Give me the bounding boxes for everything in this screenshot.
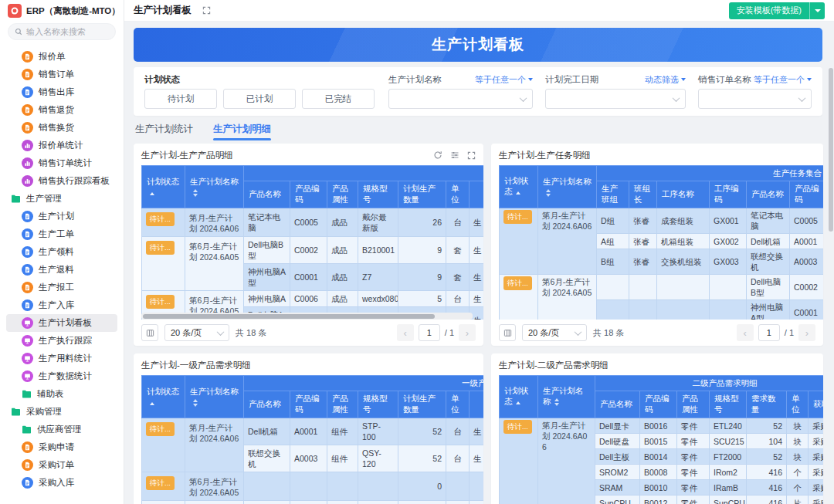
sidebar-item[interactable]: 销售退货 xyxy=(6,101,117,119)
table-cell: 成品 xyxy=(327,291,358,307)
next-page-button[interactable]: › xyxy=(798,324,815,341)
doc-icon xyxy=(22,211,33,222)
sidebar-item[interactable]: 生产入库 xyxy=(6,296,117,314)
page-input[interactable] xyxy=(758,324,780,341)
scrollbar-thumb[interactable] xyxy=(829,68,833,232)
sort-header-status[interactable]: 计划状态 xyxy=(500,376,538,418)
filter-select[interactable] xyxy=(388,89,533,109)
sidebar-item[interactable]: 报价单统计 xyxy=(6,137,117,154)
sidebar-item[interactable]: 生产工单 xyxy=(6,225,117,243)
sort-icon xyxy=(193,399,198,407)
fullscreen-icon[interactable] xyxy=(467,151,476,160)
sidebar-item[interactable]: 采购入库 xyxy=(6,474,117,492)
table-cell: 采购 xyxy=(809,449,824,465)
scrollbar-thumb[interactable] xyxy=(143,314,435,319)
sidebar-item[interactable]: 采购申请 xyxy=(6,438,117,456)
sidebar-item[interactable]: 生产领料 xyxy=(6,243,117,261)
filter-select[interactable] xyxy=(698,89,812,109)
column-display-button[interactable] xyxy=(499,324,516,341)
table-cell: B0010 xyxy=(640,480,677,496)
sidebar-item[interactable]: 销售订单 xyxy=(6,66,117,83)
install-template-button[interactable]: 安装模板(带数据) xyxy=(729,2,809,19)
status-option-button[interactable]: 已计划 xyxy=(223,89,296,109)
sidebar-item[interactable]: 生产执行跟踪 xyxy=(6,332,117,350)
board-icon xyxy=(22,317,33,329)
filter-operator[interactable]: 等于任意一个 xyxy=(754,74,812,86)
page-scrollbar[interactable] xyxy=(829,68,833,502)
tab-inactive[interactable]: 生产计划统计 xyxy=(135,123,193,140)
sidebar-item[interactable]: 销售执行跟踪看板 xyxy=(6,172,117,190)
chevron-down-icon xyxy=(520,94,527,102)
sidebar-item[interactable]: 生产管理 xyxy=(6,190,117,208)
table-viewport: 计划状态 生产计划名称 二级产品需求明细 产品名称产品编码产品属性规格型号需求数… xyxy=(499,375,823,504)
column-header: 计划生产数量 xyxy=(398,391,446,418)
sort-header-status[interactable]: 计划状态 xyxy=(500,166,538,208)
search-input[interactable] xyxy=(26,27,111,36)
topbar: 生产计划看板 安装模板(带数据) xyxy=(124,0,834,22)
sidebar-item[interactable]: 生产退料 xyxy=(6,261,117,279)
filter-select[interactable] xyxy=(545,89,686,109)
table-cell: 9 xyxy=(398,264,446,291)
table-cell xyxy=(244,472,290,501)
tab-active[interactable]: 生产计划明细 xyxy=(213,123,271,140)
table-cell: 套 xyxy=(446,237,470,264)
page-title: 生产计划看板 xyxy=(134,4,192,17)
next-page-button[interactable]: › xyxy=(459,324,476,341)
panel-title: 生产计划-生产产品明细 xyxy=(141,150,233,161)
column-display-button[interactable] xyxy=(141,324,158,341)
sort-header-plan[interactable]: 生产计划名称 xyxy=(185,376,244,418)
table-row: 待计...第月-生产计划 2024.6A06D组张睿成套组装GX001笔记本电脑… xyxy=(500,208,824,234)
status-option-button[interactable]: 已完结 xyxy=(302,89,375,109)
sidebar-item[interactable]: 销售订单统计 xyxy=(6,154,117,172)
table-cell: 52 xyxy=(747,449,787,465)
install-dropdown-button[interactable] xyxy=(809,2,825,19)
status-option-button[interactable]: 待计划 xyxy=(144,89,217,109)
page-size-select[interactable]: 20 条/页 xyxy=(522,324,587,341)
sidebar-item[interactable]: 采购管理 xyxy=(6,403,117,421)
sidebar-item[interactable]: 销售出库 xyxy=(6,83,117,101)
column-header: 工序编码 xyxy=(710,181,747,208)
sort-icon xyxy=(546,189,551,197)
sort-header-plan[interactable]: 生产计划名称 xyxy=(538,166,597,208)
table-cell: 生 xyxy=(470,501,484,504)
sort-header-plan[interactable]: 生产计划名称 xyxy=(538,376,595,418)
filter-operator[interactable]: 等于任意一个 xyxy=(475,74,533,86)
table-cell: 零件 xyxy=(677,496,710,504)
horizontal-scrollbar[interactable] xyxy=(141,313,473,320)
table-cell xyxy=(597,275,629,300)
sidebar-item-label: 采购管理 xyxy=(26,406,62,418)
sidebar-item[interactable]: 生产用料统计 xyxy=(6,350,117,367)
table-cell: 台 xyxy=(446,291,470,307)
sort-header-status[interactable]: 计划状态 xyxy=(142,376,185,418)
sidebar-item[interactable]: 供应商管理 xyxy=(6,421,117,438)
table-cell: 神州电脑A型 xyxy=(244,264,290,291)
refresh-icon[interactable] xyxy=(433,151,442,160)
table-row: 待计...第月-生产计划 2024.6A06Dell显卡B0016零件ETL24… xyxy=(500,418,824,434)
sidebar-item[interactable]: 采购订单 xyxy=(6,456,117,474)
sidebar-item[interactable]: 销售换货 xyxy=(6,119,117,137)
sidebar-item[interactable]: 生产数据统计 xyxy=(6,367,117,385)
sidebar-item[interactable]: 报价单 xyxy=(6,48,117,66)
fullscreen-icon[interactable] xyxy=(202,6,211,15)
page-input[interactable] xyxy=(419,324,440,341)
sort-header-plan[interactable]: 生产计划名称 xyxy=(185,166,244,208)
table-cell: 联想交换机 xyxy=(747,249,790,275)
sidebar-item[interactable]: 生产计划看板 xyxy=(6,314,117,332)
table-cell: 成品 xyxy=(327,264,358,291)
prev-page-button[interactable]: ‹ xyxy=(397,324,414,341)
prev-page-button[interactable]: ‹ xyxy=(737,324,754,341)
sidebar-item[interactable]: 辅助表 xyxy=(6,385,117,403)
table-cell: Dell电脑B型 xyxy=(244,237,290,264)
sidebar-item[interactable]: 生产计划 xyxy=(6,208,117,225)
column-header: 产品编码 xyxy=(790,181,824,208)
sidebar-item[interactable]: 生产报工 xyxy=(6,279,117,296)
group-header: 二级产品需求明细 xyxy=(595,376,824,391)
page-size-select[interactable]: 20 条/页 xyxy=(164,324,229,341)
table-cell: 组件 xyxy=(327,445,358,472)
sidebar-search[interactable] xyxy=(8,23,116,40)
column-settings-icon[interactable] xyxy=(450,151,459,160)
filter-operator[interactable]: 动态筛选 xyxy=(645,74,686,86)
table-cell: C0002 xyxy=(790,275,824,300)
table-cell: 块 xyxy=(787,434,809,449)
sort-header-status[interactable]: 计划状态 xyxy=(142,166,185,208)
